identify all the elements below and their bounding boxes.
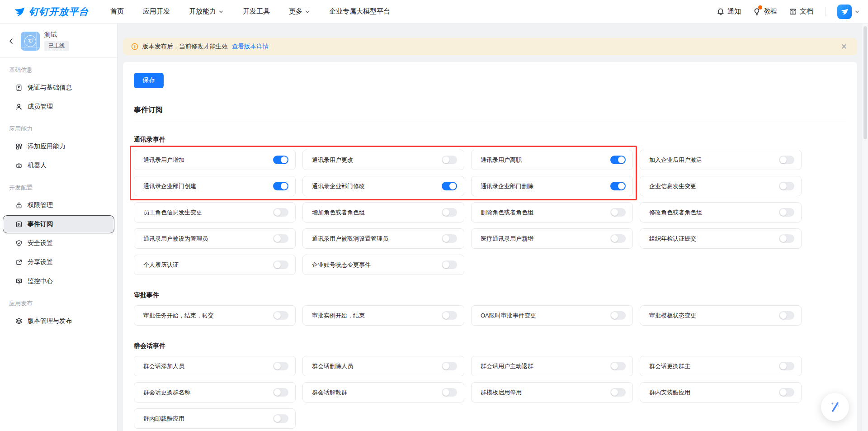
toggle-off[interactable] (442, 234, 457, 243)
event-label: 群模板启用停用 (481, 388, 522, 397)
toggle-off[interactable] (610, 208, 626, 217)
docs-button[interactable]: 文档 (789, 7, 813, 16)
toggle-on[interactable] (610, 156, 626, 164)
nav-item-label: 开发工具 (243, 7, 270, 16)
toggle-on[interactable] (273, 182, 288, 190)
toggle-off[interactable] (442, 388, 457, 397)
robot-icon (15, 162, 23, 169)
docs-label: 文档 (800, 7, 813, 16)
toggle-knob (611, 363, 618, 369)
toggle-knob (274, 261, 281, 268)
toggle-off[interactable] (442, 260, 457, 269)
event-card: 群会话删除人员 (302, 356, 464, 376)
magic-wand-icon (828, 400, 842, 414)
assistant-fab-button[interactable] (821, 393, 849, 421)
sidebar-item-share[interactable]: 分享设置 (3, 253, 114, 271)
event-card: 通讯录企业部门创建 (134, 176, 296, 196)
toggle-off[interactable] (273, 362, 288, 370)
toggle-off[interactable] (442, 362, 457, 370)
toggle-knob (780, 235, 787, 242)
nav-item-open-capability[interactable]: 开放能力 (189, 7, 224, 16)
sidebar-item-security[interactable]: 安全设置 (3, 234, 114, 252)
event-card: 群内卸载酷应用 (134, 408, 296, 429)
sidebar-item-event-subscription[interactable]: 事件订阅 (3, 215, 114, 233)
event-label: 群会话删除人员 (312, 362, 353, 370)
version-banner: 版本发布后，当前修改才能生效 查看版本详情 ✕ (123, 38, 857, 55)
page-scrollbar[interactable] (862, 24, 868, 431)
toggle-off[interactable] (610, 311, 626, 320)
toggle-off[interactable] (779, 182, 794, 190)
toggle-off[interactable] (610, 234, 626, 243)
sidebar-item-monitor[interactable]: 监控中心 (3, 272, 114, 290)
event-label: 增加角色或者角色组 (312, 208, 365, 217)
sidebar-item-permission[interactable]: 权限管理 (3, 196, 114, 214)
toggle-off[interactable] (779, 234, 794, 243)
nav-item-label: 应用开发 (143, 7, 170, 16)
toggle-knob (611, 209, 618, 216)
nav-item-more[interactable]: 更多 (289, 7, 310, 16)
save-button[interactable]: 保存 (134, 73, 164, 88)
toggle-on[interactable] (273, 156, 288, 164)
event-label: 通讯录用户被取消设置管理员 (312, 235, 388, 243)
event-label: 企业账号状态变更事件 (312, 261, 371, 269)
sidebar-item-add-capability[interactable]: 添加应用能力 (3, 137, 114, 156)
event-subscription-icon (15, 221, 23, 228)
dingtalk-logo[interactable]: 钉钉开放平台 (14, 5, 89, 18)
toggle-knob (274, 235, 281, 242)
sidebar-item-members[interactable]: 成员管理 (3, 98, 114, 116)
nav-item-llm-platform[interactable]: 企业专属大模型平台 (329, 7, 390, 16)
toggle-off[interactable] (779, 208, 794, 217)
event-card: 群会话解散群 (302, 382, 464, 403)
event-label: 加入企业后用户激活 (649, 156, 702, 164)
nav-item-home[interactable]: 首页 (110, 7, 124, 16)
toggle-off[interactable] (273, 234, 288, 243)
toggle-off[interactable] (779, 156, 794, 164)
toggle-off[interactable] (273, 311, 288, 320)
toggle-knob (780, 312, 787, 319)
event-label: 群会话添加人员 (143, 362, 184, 370)
sidebar-item-robot[interactable]: 机器人 (3, 156, 114, 175)
event-label: 通讯录用户离职 (481, 156, 522, 164)
sidebar-group-title: 应用发布 (0, 291, 117, 311)
close-icon[interactable]: ✕ (839, 42, 849, 52)
toggle-on[interactable] (610, 182, 626, 190)
toggle-off[interactable] (442, 208, 457, 217)
toggle-off[interactable] (442, 311, 457, 320)
notifications-button[interactable]: 通知 (717, 7, 741, 16)
event-grid: 通讯录用户增加通讯录用户更改通讯录用户离职加入企业后用户激活通讯录企业部门创建通… (134, 150, 846, 275)
scrollbar-thumb[interactable] (863, 26, 867, 139)
sidebar-item-label: 事件订阅 (28, 220, 53, 228)
event-label: 群会话更换群名称 (143, 388, 190, 397)
tutorial-button[interactable]: 教程 (753, 7, 777, 16)
sidebar-item-label: 成员管理 (28, 103, 53, 111)
toggle-off[interactable] (273, 260, 288, 269)
sidebar-item-version[interactable]: 版本管理与发布 (3, 312, 114, 330)
toggle-off[interactable] (779, 362, 794, 370)
nav-item-dev-tools[interactable]: 开发工具 (243, 7, 270, 16)
toggle-off[interactable] (610, 362, 626, 370)
toggle-off[interactable] (779, 388, 794, 397)
chevron-down-icon (218, 9, 224, 14)
sidebar-item-label: 安全设置 (28, 239, 53, 247)
event-section: 通讯录事件通讯录用户增加通讯录用户更改通讯录用户离职加入企业后用户激活通讯录企业… (134, 136, 846, 275)
event-card: 组织年检认证提交 (640, 228, 802, 249)
toggle-off[interactable] (273, 414, 288, 423)
toggle-knob (274, 415, 281, 422)
toggle-off[interactable] (273, 208, 288, 217)
toggle-off[interactable] (442, 156, 457, 164)
toggle-on[interactable] (442, 182, 457, 190)
toggle-off[interactable] (273, 388, 288, 397)
banner-version-link[interactable]: 查看版本详情 (232, 43, 269, 51)
nav-item-app-dev[interactable]: 应用开发 (143, 7, 170, 16)
account-menu[interactable] (837, 5, 860, 19)
toggle-off[interactable] (779, 311, 794, 320)
toggle-off[interactable] (610, 388, 626, 397)
event-card: 删除角色或者角色组 (471, 202, 633, 223)
main-content: 版本发布后，当前修改才能生效 查看版本详情 ✕ 保存 事件订阅 通讯录事件通讯录… (118, 24, 868, 431)
event-sections: 通讯录事件通讯录用户增加通讯录用户更改通讯录用户离职加入企业后用户激活通讯录企业… (134, 136, 846, 429)
share-icon (15, 259, 23, 266)
back-button[interactable] (6, 32, 16, 50)
sidebar-item-label: 监控中心 (28, 277, 53, 285)
event-label: 通讯录企业部门创建 (143, 182, 196, 190)
sidebar-item-credentials[interactable]: 凭证与基础信息 (3, 79, 114, 97)
